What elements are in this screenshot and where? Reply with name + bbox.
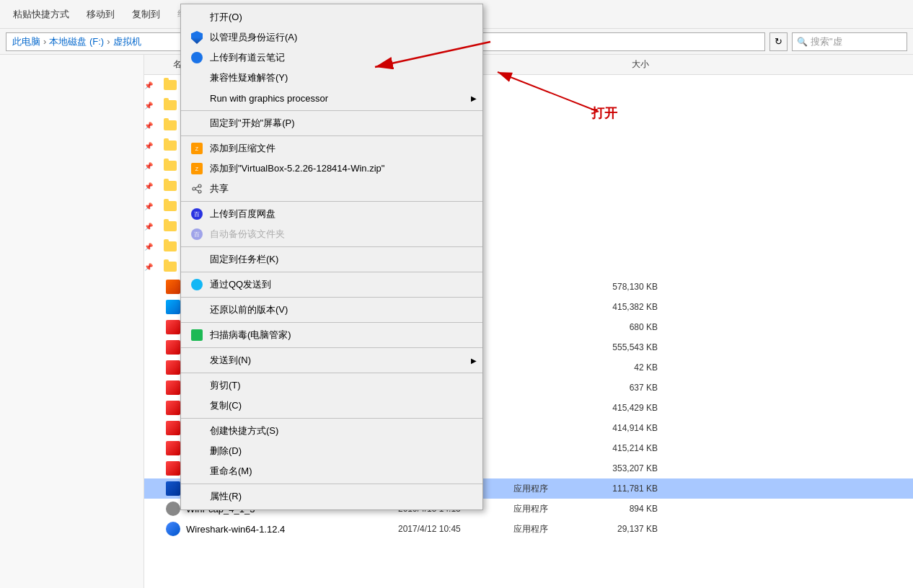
ctx-qq-icon [190, 277, 204, 292]
ctx-open[interactable]: 打开(O) [181, 7, 482, 27]
file-size: 637 KB [586, 383, 672, 393]
ctx-delete[interactable]: 删除(D) [181, 441, 482, 461]
file-size: 353,207 KB [586, 463, 672, 473]
ctx-sep6 [181, 297, 482, 298]
ctx-restore-label: 还原以前的版本(V) [210, 303, 288, 316]
app-icon [164, 500, 182, 517]
pin-icon: 📌 [144, 223, 153, 231]
folder-icon [162, 218, 179, 235]
ctx-send-to[interactable]: 发送到(N) ▶ [181, 350, 482, 370]
search-icon: 🔍 [797, 37, 808, 47]
ctx-scan-virus[interactable]: 扫描病毒(电脑管家) [181, 325, 482, 345]
sep1: › [43, 36, 46, 47]
ctx-rename-label: 重命名(M) [210, 465, 252, 478]
ctx-add-compress[interactable]: Z 添加到压缩文件 [181, 138, 482, 159]
ctx-compat[interactable]: 兼容性疑难解答(Y) [181, 68, 482, 88]
app-icon [164, 440, 182, 457]
ctx-pin-taskbar-icon [190, 252, 204, 267]
file-type: 应用程序 [513, 503, 586, 515]
ctx-pin-taskbar[interactable]: 固定到任务栏(K) [181, 249, 482, 270]
ctx-share-label: 共享 [210, 182, 229, 195]
svg-point-1 [193, 187, 195, 190]
app-icon [164, 339, 182, 356]
ctx-zip-icon: Z [190, 141, 204, 156]
ctx-restore[interactable]: 还原以前的版本(V) [181, 300, 482, 320]
file-size: 415,214 KB [586, 443, 672, 453]
sep2: › [107, 36, 110, 47]
ctx-add-zip[interactable]: Z 添加到"VirtualBox-5.2.26-128414-Win.zip" [181, 159, 482, 179]
ctx-send-qq[interactable]: 通过QQ发送到 [181, 275, 482, 295]
ctx-cut-icon [190, 378, 204, 393]
app-icon [164, 278, 182, 295]
folder-icon [162, 177, 179, 195]
ctx-scan-virus-label: 扫描病毒(电脑管家) [210, 329, 291, 342]
ctx-youdao[interactable]: 上传到有道云笔记 [181, 48, 482, 68]
file-size: 415,382 KB [586, 302, 672, 312]
ctx-sep8 [181, 347, 482, 348]
folder-icon [162, 238, 179, 255]
ctx-add-zip-label: 添加到"VirtualBox-5.2.26-128414-Win.zip" [210, 162, 384, 175]
ctx-pin-taskbar-label: 固定到任务栏(K) [210, 253, 278, 266]
ctx-add-compress-label: 添加到压缩文件 [210, 142, 275, 155]
ctx-sep2 [181, 135, 482, 136]
ctx-send-qq-label: 通过QQ发送到 [210, 278, 271, 291]
ctx-baidu[interactable]: 百 上传到百度网盘 [181, 204, 482, 224]
sidebar-section [0, 61, 144, 66]
pin-icon: 📌 [144, 263, 153, 271]
ctx-cut[interactable]: 剪切(T) [181, 375, 482, 396]
ctx-gpu-arrow: ▶ [471, 94, 477, 102]
ctx-sep1 [181, 110, 482, 111]
ctx-run-as-admin[interactable]: 以管理员身份运行(A) [181, 27, 482, 48]
ctx-auto-backup[interactable]: 百 自动备份该文件夹 [181, 224, 482, 244]
path-drive[interactable]: 本地磁盘 (F:) [49, 35, 104, 48]
ctx-youdao-icon [190, 50, 204, 65]
ctx-shield-icon [190, 30, 204, 45]
file-size: 414,914 KB [586, 423, 672, 433]
move-to-button[interactable]: 移动到 [79, 5, 122, 24]
ctx-properties[interactable]: 属性(R) [181, 486, 482, 507]
ctx-compat-icon [190, 71, 204, 85]
file-name: Wireshark-win64-1.12.4 [182, 524, 398, 535]
folder-icon [162, 157, 179, 174]
ctx-create-shortcut[interactable]: 创建快捷方式(S) [181, 421, 482, 441]
ctx-youdao-label: 上传到有道云笔记 [210, 51, 285, 64]
pin-icon: 📌 [144, 182, 153, 190]
file-type: 应用程序 [513, 483, 586, 495]
ctx-baidu-label: 上传到百度网盘 [210, 208, 275, 220]
ctx-pcmgr-icon [190, 328, 204, 342]
ctx-sep9 [181, 373, 482, 373]
file-type: 应用程序 [513, 523, 586, 535]
search-box[interactable]: 🔍 搜索"虚 [792, 32, 907, 51]
ctx-share[interactable]: 共享 [181, 179, 482, 199]
ctx-properties-icon [190, 489, 204, 504]
ctx-rename[interactable]: 重命名(M) [181, 461, 482, 481]
file-size: 415,429 KB [586, 403, 672, 413]
file-size: 578,130 KB [586, 282, 672, 292]
app-icon [164, 298, 182, 316]
refresh-button[interactable]: ↻ [769, 32, 788, 51]
ctx-pin-start-label: 固定到"开始"屏幕(P) [210, 117, 295, 130]
svg-line-4 [195, 190, 198, 191]
svg-point-2 [198, 190, 201, 193]
ctx-compat-label: 兼容性疑难解答(Y) [210, 71, 288, 84]
path-computer[interactable]: 此电脑 [12, 35, 40, 48]
file-size: 555,543 KB [586, 342, 672, 352]
ctx-gpu-icon [190, 91, 204, 105]
app-icon [164, 359, 182, 376]
ctx-pin-start[interactable]: 固定到"开始"屏幕(P) [181, 113, 482, 133]
paste-shortcut-button[interactable]: 粘贴快捷方式 [6, 5, 76, 24]
pin-icon: 📌 [144, 102, 153, 110]
copy-to-button[interactable]: 复制到 [125, 5, 167, 24]
path-folder[interactable]: 虚拟机 [113, 35, 141, 48]
app-icon [164, 520, 182, 538]
file-date: 2017/4/12 10:45 [398, 524, 513, 534]
ctx-run-gpu[interactable]: Run with graphics processor ▶ [181, 88, 482, 108]
svg-point-0 [198, 184, 201, 187]
table-row[interactable]: Wireshark-win64-1.12.4 2017/4/12 10:45 应… [144, 519, 913, 539]
app-icon [164, 379, 182, 396]
ctx-zip2-icon: Z [190, 161, 204, 176]
col-size-header[interactable]: 大小 [577, 58, 663, 71]
ctx-auto-backup-label: 自动备份该文件夹 [210, 228, 285, 241]
ctx-sep11 [181, 484, 482, 484]
ctx-copy[interactable]: 复制(C) [181, 396, 482, 416]
